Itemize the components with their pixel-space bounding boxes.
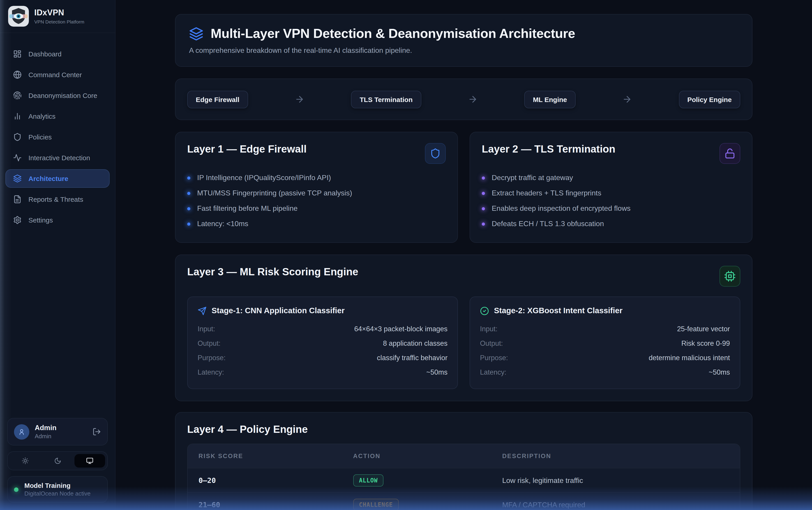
page-title: Multi-Layer VPN Detection & Deanonymisat…	[211, 26, 575, 41]
bullet-dot	[482, 207, 485, 210]
stage2-specs: Input:25-feature vector Output:Risk scor…	[480, 322, 730, 379]
column-header-action: ACTION	[342, 453, 491, 459]
bullet-dot	[482, 222, 485, 225]
sidebar-item-deanonymisation-core[interactable]: Deanonymisation Core	[5, 86, 110, 105]
sidebar: IDxVPN VPN Detection Platform Dashboard …	[0, 0, 116, 510]
arrow-right-icon	[622, 94, 632, 104]
sidebar-item-label: Reports & Threats	[28, 195, 83, 203]
list-item: Fast filtering before ML pipeline	[187, 201, 446, 216]
spec-row: Latency:~50ms	[198, 365, 448, 379]
bullet-dot	[187, 222, 190, 225]
list-item: Extract headers + TLS fingerprints	[482, 186, 740, 201]
brand: IDxVPN VPN Detection Platform	[0, 0, 115, 33]
activity-icon	[13, 153, 22, 162]
fingerprint-icon	[13, 91, 22, 100]
layer2-card: Layer 2 — TLS Termination Decrypt traffi…	[470, 132, 752, 243]
page-header-card: Multi-Layer VPN Detection & Deanonymisat…	[175, 14, 752, 67]
user-name: Admin	[35, 424, 56, 432]
globe-icon	[13, 70, 22, 79]
bullet-dot	[187, 207, 190, 210]
spec-row: Latency:~50ms	[480, 365, 730, 379]
logout-button[interactable]	[92, 427, 101, 436]
sidebar-bottom: Admin Admin	[0, 411, 115, 510]
brand-logo	[8, 6, 29, 27]
sidebar-item-architecture[interactable]: Architecture	[5, 169, 110, 188]
layers-icon	[189, 26, 204, 41]
shield-icon	[425, 143, 446, 164]
layer1-title: Layer 1 — Edge Firewall	[187, 143, 306, 155]
layers-icon	[13, 174, 22, 183]
sun-icon	[22, 457, 29, 464]
main-content: Multi-Layer VPN Detection & Deanonymisat…	[116, 0, 812, 510]
sidebar-item-interactive-detection[interactable]: Interactive Detection	[5, 148, 110, 167]
arrow-right-icon	[468, 94, 478, 104]
sidebar-item-label: Interactive Detection	[28, 154, 90, 162]
stage1-title: Stage-1: CNN Application Classifier	[212, 306, 344, 315]
dashboard-icon	[13, 50, 22, 58]
row-description: Low risk, legitimate traffic	[502, 476, 583, 484]
risk-score-value: 0–20	[199, 476, 216, 485]
check-circle-icon	[480, 306, 489, 315]
layer3-title: Layer 3 — ML Risk Scoring Engine	[187, 266, 358, 278]
bullet-dot	[187, 176, 190, 179]
monitor-icon	[86, 457, 93, 464]
column-header-description: DESCRIPTION	[491, 453, 740, 459]
layer3-card: Layer 3 — ML Risk Scoring Engine Stage-1…	[175, 255, 752, 401]
file-text-icon	[13, 195, 22, 203]
gear-icon	[13, 216, 22, 224]
list-item: Latency: <10ms	[187, 216, 446, 231]
action-badge-challenge: CHALLENGE	[353, 499, 398, 510]
theme-dark-button[interactable]	[42, 454, 72, 468]
sidebar-item-command-center[interactable]: Command Center	[5, 65, 110, 84]
sidebar-nav: Dashboard Command Center Deanonymisation…	[0, 33, 115, 241]
spec-row: Output:8 application classes	[198, 336, 448, 351]
brand-tagline: VPN Detection Platform	[34, 19, 84, 24]
spec-row: Input:25-feature vector	[480, 322, 730, 336]
bar-chart-icon	[13, 112, 22, 120]
layer4-title: Layer 4 — Policy Engine	[187, 423, 740, 435]
row-description: MFA / CAPTCHA required	[502, 501, 585, 508]
theme-light-button[interactable]	[10, 454, 40, 468]
brand-name: IDxVPN	[34, 8, 84, 18]
status-dot	[14, 487, 19, 492]
column-header-risk-score: RISK SCORE	[188, 453, 342, 459]
user-card[interactable]: Admin Admin	[7, 418, 108, 446]
stage1-specs: Input:64×64×3 packet-block images Output…	[198, 322, 448, 379]
logout-icon	[92, 427, 101, 436]
table-header-row: RISK SCORE ACTION DESCRIPTION	[188, 444, 740, 468]
table-row: 0–20 ALLOW Low risk, legitimate traffic	[188, 468, 740, 492]
user-icon	[18, 428, 25, 435]
shield-icon	[13, 133, 22, 141]
action-badge-allow: ALLOW	[353, 474, 384, 486]
policy-table: RISK SCORE ACTION DESCRIPTION 0–20 ALLOW…	[187, 444, 740, 510]
theme-toggle	[7, 451, 108, 470]
sidebar-item-analytics[interactable]: Analytics	[5, 107, 110, 125]
list-item: Enables deep inspection of encrypted flo…	[482, 201, 740, 216]
spec-row: Input:64×64×3 packet-block images	[198, 322, 448, 336]
sidebar-item-dashboard[interactable]: Dashboard	[5, 45, 110, 63]
bullet-dot	[482, 192, 485, 195]
list-item: Defeats ECH / TLS 1.3 obfuscation	[482, 216, 740, 231]
theme-system-button[interactable]	[74, 454, 105, 468]
sidebar-item-settings[interactable]: Settings	[5, 211, 110, 229]
spec-row: Purpose:determine malicious intent	[480, 351, 730, 365]
risk-score-value: 21–60	[199, 501, 220, 509]
stage2-card: Stage-2: XGBoost Intent Classifier Input…	[470, 296, 740, 389]
sidebar-item-label: Policies	[28, 133, 52, 141]
layer4-card: Layer 4 — Policy Engine RISK SCORE ACTIO…	[175, 412, 752, 510]
sidebar-item-label: Analytics	[28, 112, 56, 120]
page-subtitle: A comprehensive breakdown of the real-ti…	[189, 47, 739, 55]
layer1-card: Layer 1 — Edge Firewall IP Intelligence …	[175, 132, 458, 243]
sidebar-item-reports-threats[interactable]: Reports & Threats	[5, 190, 110, 208]
sidebar-item-label: Command Center	[28, 71, 82, 79]
list-item: MTU/MSS Fingerprinting (passive TCP anal…	[187, 186, 446, 201]
moon-icon	[54, 457, 61, 464]
arrow-right-icon	[295, 94, 304, 104]
cpu-icon	[720, 266, 740, 287]
pipeline-node-policy-engine: Policy Engine	[679, 90, 740, 108]
layer2-title: Layer 2 — TLS Termination	[482, 143, 615, 155]
sidebar-item-policies[interactable]: Policies	[5, 128, 110, 146]
layer2-bullet-list: Decrypt traffic at gateway Extract heade…	[482, 170, 740, 231]
spec-row: Purpose:classify traffic behavior	[198, 351, 448, 365]
sidebar-item-label: Architecture	[28, 175, 68, 182]
